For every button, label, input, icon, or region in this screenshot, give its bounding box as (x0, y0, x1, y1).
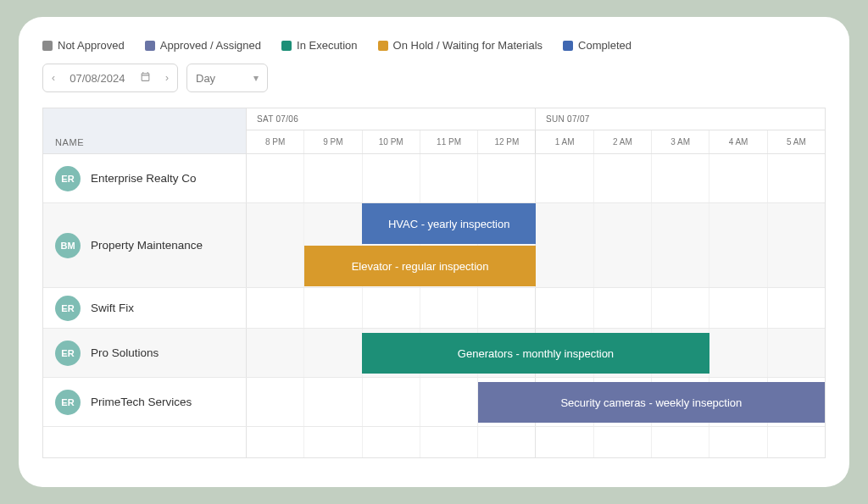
resource-name: PrimeTech Services (91, 396, 192, 408)
resource-timeline: HVAC - yearly inspectionElevator - regul… (247, 203, 825, 287)
grid-cell (477, 427, 535, 457)
chevron-right-icon[interactable]: › (165, 72, 169, 84)
grid-cell (303, 427, 361, 457)
legend-item: On Hold / Waiting for Materials (378, 39, 543, 52)
caret-down-icon: ▾ (253, 72, 259, 84)
resource-timeline: Security cameras - weekly insepction (247, 378, 825, 426)
legend-label: On Hold / Waiting for Materials (393, 39, 543, 52)
hour-header: 4 AM (709, 130, 766, 153)
grid-cell (420, 427, 477, 457)
legend-label: Approved / Assigned (160, 39, 261, 52)
legend-swatch (42, 41, 53, 51)
resource-name-cell: EREnterprise Realty Co (43, 154, 247, 202)
legend-swatch (563, 41, 573, 51)
resource-row: ERPro SolutionsGenerators - monthly insp… (43, 329, 825, 378)
day-header: SAT 07/06 (247, 108, 536, 130)
task-bar[interactable]: HVAC - yearly inspection (362, 203, 536, 244)
resource-row: EREnterprise Realty Co (43, 154, 825, 203)
calendar-icon[interactable] (140, 71, 151, 85)
tail-name (43, 427, 247, 457)
resource-row: ERSwift Fix (43, 288, 825, 329)
avatar: BM (55, 233, 81, 258)
resource-name: Enterprise Realty Co (91, 172, 197, 185)
avatar: ER (55, 341, 81, 366)
hour-header: 8 PM (247, 130, 303, 153)
header-days: SAT 07/06 SUN 07/07 (247, 108, 825, 130)
resource-name-cell: ERPrimeTech Services (43, 378, 247, 426)
chevron-left-icon[interactable]: ‹ (52, 72, 55, 84)
legend-label: In Execution (297, 39, 358, 52)
resource-name: Swift Fix (91, 302, 134, 314)
resource-name: Pro Solutions (91, 346, 159, 359)
resource-timeline (247, 288, 825, 328)
header-days-row: SAT 07/06 SUN 07/07 (43, 108, 825, 130)
grid-cell (535, 427, 593, 457)
grid-cell (651, 427, 709, 457)
legend-label: Not Approved (58, 39, 125, 52)
tail-time (247, 427, 825, 457)
hour-header: 1 AM (535, 130, 593, 153)
grid-cell (767, 427, 825, 457)
hour-header: 12 PM (477, 130, 535, 153)
resource-row: ERPrimeTech ServicesSecurity cameras - w… (43, 378, 825, 427)
legend-swatch (145, 41, 155, 51)
legend-label: Completed (578, 39, 632, 52)
hour-header: 10 PM (362, 130, 420, 153)
schedule-grid: SAT 07/06 SUN 07/07 NAME 8 PM9 PM10 PM11… (42, 108, 826, 458)
date-value: 07/08/2024 (70, 72, 125, 85)
resource-name-cell: BMProperty Maintenance (43, 203, 247, 287)
legend-item: Not Approved (42, 39, 125, 52)
legend-item: Approved / Assigned (145, 39, 261, 52)
legend-swatch (281, 41, 292, 51)
resource-name-cell: ERSwift Fix (43, 288, 247, 328)
column-header-name: NAME (43, 130, 247, 153)
hour-header: 11 PM (420, 130, 477, 153)
task-bar[interactable]: Security cameras - weekly insepction (478, 382, 825, 423)
avatar: ER (55, 296, 81, 321)
resource-name-cell: ERPro Solutions (43, 329, 247, 377)
date-picker[interactable]: ‹ 07/08/2024 › (42, 64, 178, 92)
task-bar[interactable]: Generators - monthly inspection (362, 333, 709, 374)
resource-name: Property Maintenance (91, 239, 203, 252)
view-select[interactable]: Day ▾ (186, 64, 268, 92)
hour-header: 2 AM (593, 130, 651, 153)
header-hours-row: NAME 8 PM9 PM10 PM11 PM12 PM1 AM2 AM3 AM… (43, 130, 825, 154)
legend-item: Completed (563, 39, 632, 52)
grid-cell (709, 427, 766, 457)
view-value: Day (196, 72, 215, 85)
header-name-spacer (43, 108, 247, 130)
hours-header: 8 PM9 PM10 PM11 PM12 PM1 AM2 AM3 AM4 AM5… (247, 130, 825, 153)
task-bar[interactable]: Elevator - regular inspection (304, 246, 536, 286)
legend-item: In Execution (281, 39, 358, 52)
hour-header: 5 AM (767, 130, 825, 153)
schedule-body: EREnterprise Realty CoBMProperty Mainten… (43, 154, 825, 427)
resource-row: BMProperty MaintenanceHVAC - yearly insp… (43, 203, 825, 288)
resource-timeline (247, 154, 825, 202)
legend: Not ApprovedApproved / AssignedIn Execut… (42, 39, 826, 52)
controls-row: ‹ 07/08/2024 › Day ▾ (42, 64, 826, 92)
grid-cell (247, 427, 303, 457)
resource-timeline: Generators - monthly inspection (247, 329, 825, 377)
hour-header: 9 PM (303, 130, 361, 153)
tail-row (43, 427, 825, 457)
day-header: SUN 07/07 (536, 108, 825, 130)
hour-header: 3 AM (651, 130, 709, 153)
grid-cell (593, 427, 651, 457)
avatar: ER (55, 166, 81, 191)
legend-swatch (378, 41, 388, 51)
grid-cell (362, 427, 420, 457)
avatar: ER (55, 390, 81, 415)
schedule-card: Not ApprovedApproved / AssignedIn Execut… (19, 17, 849, 487)
